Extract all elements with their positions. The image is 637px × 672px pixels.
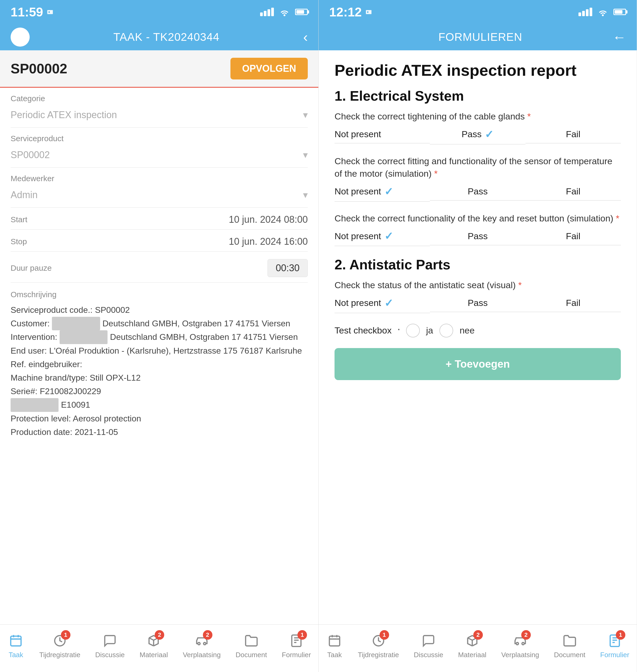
nav-discussie-right[interactable]: Discussie [414, 632, 443, 659]
right-header: FORMULIEREN ← [318, 24, 637, 50]
test-checkbox-ja-label: ja [426, 325, 433, 335]
check-2-options: Not present ✓ Pass Fail [334, 185, 621, 202]
svg-rect-0 [47, 10, 53, 14]
add-button[interactable]: + Toevoegen [334, 348, 621, 380]
serviceproduct-value: SP00002 [11, 149, 50, 161]
check-3-fail[interactable]: Fail [526, 231, 621, 245]
check-2-not-present-mark: ✓ [384, 185, 393, 198]
check-3: Check the correct functionality of the k… [334, 212, 621, 246]
test-checkbox-label: Test checkbox [334, 325, 392, 335]
car-icon-right: 2 [512, 632, 529, 649]
box-icon-right: 2 [464, 632, 481, 649]
header-title-right: FORMULIEREN [438, 31, 522, 43]
wifi-icon [279, 8, 290, 16]
medewerker-row[interactable]: Admin ▾ [11, 187, 308, 203]
nav-document-right[interactable]: Document [554, 632, 586, 659]
nav-document-label-right: Document [554, 651, 586, 659]
header-title-left: TAAK - TK20240344 [113, 31, 220, 43]
serviceproduct-field: Serviceproduct SP00002 ▾ [11, 128, 308, 168]
test-checkbox-ja-input[interactable] [406, 324, 420, 338]
box-icon: 2 [145, 632, 162, 649]
check-4-not-present-mark: ✓ [384, 297, 393, 309]
opvolgen-button[interactable]: OPVOLGEN [231, 58, 308, 79]
svg-rect-15 [367, 12, 368, 13]
folder-icon-right [561, 632, 578, 649]
check-1-fail[interactable]: Fail [526, 129, 621, 143]
chat-icon [102, 632, 119, 649]
check-2-fail[interactable]: Fail [526, 186, 621, 201]
chat-icon-right [420, 632, 437, 649]
form-main-title: Periodic ATEX inspection report [334, 61, 621, 80]
omschrijving-section: Omschrijving Serviceproduct code.: SP000… [0, 283, 318, 446]
status-bar-left: 11:59 [0, 0, 318, 24]
omschrijving-text: Serviceproduct code.: SP00002 Customer: … [11, 303, 308, 439]
folder-icon [243, 632, 260, 649]
signal-icon-right [579, 8, 592, 16]
blurred-text-1: ████████ [52, 317, 100, 330]
nav-materiaal-label-left: Materiaal [140, 651, 168, 659]
omschr-line-1: Serviceproduct code.: SP00002 [11, 303, 308, 317]
nav-discussie-label-left: Discussie [95, 651, 125, 659]
check-4-fail[interactable]: Fail [526, 298, 621, 312]
nav-taak-right[interactable]: Taak [326, 632, 343, 659]
check-1-question: Check the correct tightening of the cabl… [334, 110, 621, 123]
required-star-4: * [518, 280, 522, 290]
tijdregistratie-badge-left: 1 [61, 630, 70, 640]
omschr-line-2: Customer: ████████ Deutschland GMBH, Ost… [11, 317, 308, 330]
nav-formulier-label-right: Formulier [600, 651, 629, 659]
duur-value[interactable]: 00:30 [268, 259, 308, 277]
nav-materiaal-label-right: Materiaal [458, 651, 486, 659]
check-4-pass[interactable]: Pass [430, 298, 525, 312]
nav-verplaatsing-right[interactable]: 2 Verplaatsing [501, 632, 539, 659]
check-4: Check the status of the antistatic seat … [334, 279, 621, 313]
categorie-row[interactable]: Periodic ATEX inspection ▾ [11, 107, 308, 123]
categorie-label: Categorie [11, 94, 308, 103]
duur-pauze-field: Duur pauze 00:30 [11, 252, 308, 283]
omschr-line-8: ████████ E10091 [11, 398, 308, 412]
back-button-left[interactable]: ‹ [303, 29, 308, 45]
test-checkbox-block: Test checkbox * ja nee [334, 324, 621, 338]
verplaatsing-badge-left: 2 [203, 630, 213, 640]
check-2-pass[interactable]: Pass [430, 186, 525, 201]
nav-discussie-left[interactable]: Discussie [95, 632, 125, 659]
form-content: Periodic ATEX inspection report 1. Elect… [318, 50, 637, 624]
serviceproduct-row[interactable]: SP00002 ▾ [11, 147, 308, 163]
nav-tijdregistratie-label-right: Tijdregistratie [358, 651, 399, 659]
bottom-nav-right: Taak 1 Tijdregistratie Discussie 2 Mater… [318, 624, 637, 672]
nav-verplaatsing-left[interactable]: 2 Verplaatsing [183, 632, 221, 659]
categorie-value: Periodic ATEX inspection [11, 109, 117, 121]
check-1-pass[interactable]: Pass ✓ [430, 128, 525, 144]
nav-materiaal-right[interactable]: 2 Materiaal [458, 632, 486, 659]
nav-taak-left[interactable]: Taak [7, 632, 24, 659]
check-3-pass[interactable]: Pass [430, 231, 525, 245]
nav-tijdregistratie-left[interactable]: 1 Tijdregistratie [39, 632, 80, 659]
check-2: Check the correct fitting and functional… [334, 155, 621, 202]
medewerker-field: Medewerker Admin ▾ [11, 168, 308, 208]
required-star-2: * [434, 168, 438, 179]
back-button-right[interactable]: ← [612, 29, 626, 45]
nav-formulier-left[interactable]: 1 Formulier [282, 632, 311, 659]
nav-document-label-left: Document [235, 651, 267, 659]
nav-materiaal-left[interactable]: 2 Materiaal [140, 632, 168, 659]
nav-document-left[interactable]: Document [235, 632, 267, 659]
status-icons-left [260, 8, 308, 16]
formulier-badge-left: 1 [297, 630, 307, 640]
sp-card: SP00002 OPVOLGEN [0, 50, 318, 88]
avatar [11, 28, 30, 47]
omschr-line-4: End user: L'Oréal Produktion - (Karlsruh… [11, 344, 308, 358]
medewerker-label: Medewerker [11, 174, 308, 183]
status-bar-right: 12:12 [318, 0, 637, 24]
svg-rect-16 [329, 636, 340, 646]
nav-tijdregistratie-label-left: Tijdregistratie [39, 651, 80, 659]
check-2-not-present[interactable]: Not present ✓ [334, 185, 430, 202]
check-3-question: Check the correct functionality of the k… [334, 212, 621, 225]
omschr-line-7: Serie#: F210082J00229 [11, 385, 308, 398]
required-star-3: * [616, 213, 619, 223]
check-3-not-present[interactable]: Not present ✓ [334, 230, 430, 246]
test-checkbox-nee-input[interactable] [439, 324, 453, 338]
nav-discussie-label-right: Discussie [414, 651, 443, 659]
nav-tijdregistratie-right[interactable]: 1 Tijdregistratie [358, 632, 399, 659]
check-4-not-present[interactable]: Not present ✓ [334, 297, 430, 313]
check-1-not-present[interactable]: Not present [334, 129, 430, 143]
nav-formulier-right[interactable]: 1 Formulier [600, 632, 629, 659]
